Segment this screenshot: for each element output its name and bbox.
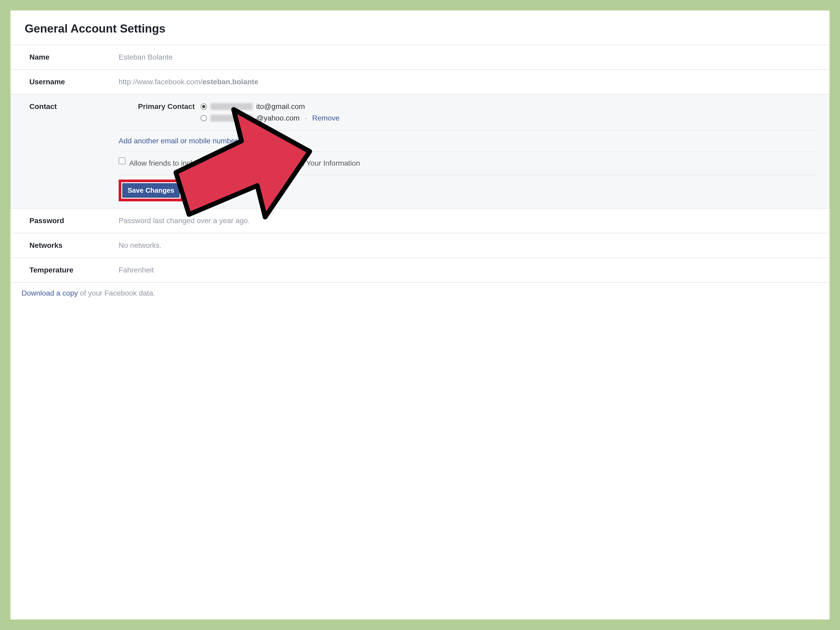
radio-icon[interactable] <box>201 103 207 110</box>
row-username-value: http://www.facebook.com/esteban.bolante <box>118 78 258 86</box>
row-networks-label: Networks <box>29 241 118 249</box>
row-temperature-value: Fahrenheit <box>118 266 154 274</box>
remove-email-link[interactable]: Remove <box>312 114 339 122</box>
page-title: General Account Settings <box>11 11 829 45</box>
download-copy-link[interactable]: Download a copy <box>22 289 78 297</box>
separator-dot: · <box>305 114 307 122</box>
row-name-label: Name <box>29 53 118 62</box>
row-username-label: Username <box>29 78 118 86</box>
add-contact-section: Add another email or mobile number <box>118 130 817 152</box>
email-suffix: ito@gmail.com <box>256 103 305 111</box>
save-changes-button[interactable]: Save Changes <box>122 183 180 198</box>
highlight-box: Save Changes <box>118 180 183 201</box>
email-item-0[interactable]: ito@gmail.com <box>201 103 339 111</box>
add-email-link[interactable]: Add another email or mobile number <box>118 137 238 145</box>
email-item-1[interactable]: @yahoo.com · Remove <box>201 114 339 122</box>
row-networks-value: No networks. <box>118 241 161 249</box>
settings-panel: General Account Settings Name Esteban Bo… <box>11 11 829 619</box>
username-url-user: esteban.bolante <box>202 78 258 86</box>
row-contact-label: Contact <box>29 103 118 208</box>
row-contact: Contact Primary Contact ito@gmail.com @y… <box>11 94 829 208</box>
redacted-text <box>210 103 253 110</box>
username-url-prefix: http://www.facebook.com/ <box>118 78 202 86</box>
radio-icon[interactable] <box>201 115 207 121</box>
row-networks[interactable]: Networks No networks. <box>11 233 829 257</box>
allow-friends-text: Allow friends to include my ema nload Yo… <box>129 158 360 169</box>
row-temperature[interactable]: Temperature Fahrenheit <box>11 257 829 282</box>
redacted-text <box>210 115 253 122</box>
row-password-label: Password <box>29 216 118 225</box>
download-data-row: Download a copy of your Facebook data. <box>11 282 829 297</box>
row-password[interactable]: Password Password last changed over a ye… <box>11 208 829 233</box>
download-copy-rest: of your Facebook data. <box>78 289 155 297</box>
email-list: ito@gmail.com @yahoo.com · Remove <box>201 103 339 122</box>
row-name[interactable]: Name Esteban Bolante <box>11 45 829 69</box>
primary-contact-block: Primary Contact ito@gmail.com @yahoo.com… <box>118 103 817 130</box>
row-temperature-label: Temperature <box>29 266 118 274</box>
save-section: Save Changes <box>118 175 817 208</box>
checkbox-icon[interactable] <box>118 158 125 164</box>
row-username[interactable]: Username http://www.facebook.com/esteban… <box>11 69 829 94</box>
primary-contact-label: Primary Contact <box>118 103 195 111</box>
row-password-value: Password last changed over a year ago. <box>118 216 250 225</box>
email-suffix: @yahoo.com <box>256 114 300 122</box>
row-name-value: Esteban Bolante <box>118 53 173 62</box>
allow-friends-section: Allow friends to include my ema nload Yo… <box>118 152 817 175</box>
contact-body: Primary Contact ito@gmail.com @yahoo.com… <box>118 103 829 208</box>
